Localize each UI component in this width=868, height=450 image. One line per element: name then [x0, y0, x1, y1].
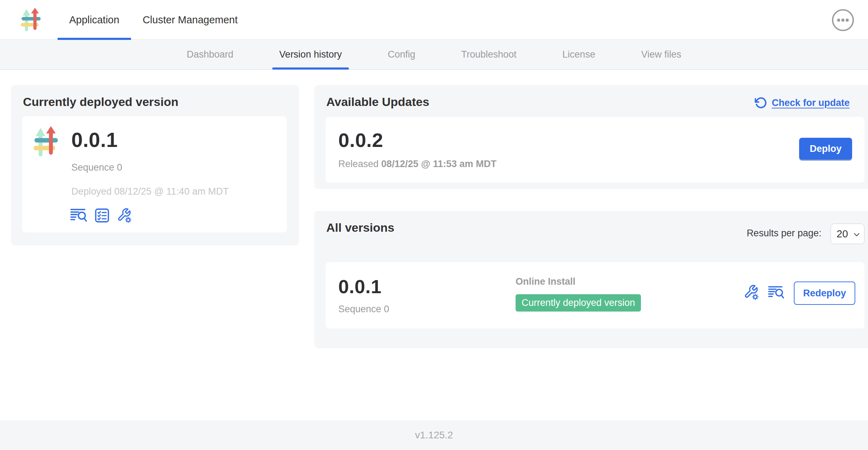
- redeploy-button[interactable]: Redeploy: [794, 282, 855, 305]
- tab-application-label: Application: [69, 14, 119, 26]
- currently-deployed-version-panel: 0.0.1 Sequence 0 Deployed 08/12/25 @ 11:…: [22, 116, 287, 232]
- chevron-down-icon: [853, 231, 861, 238]
- tab-cluster-management-label: Cluster Management: [143, 14, 238, 26]
- all-versions-title: All versions: [326, 221, 394, 235]
- tab-cluster-management[interactable]: Cluster Management: [131, 0, 249, 40]
- subnav-item-config[interactable]: Config: [381, 40, 422, 69]
- app-logo-icon: [33, 126, 58, 157]
- edit-config-icon: [743, 284, 760, 300]
- app-subnav: Dashboard Version history Config Trouble…: [0, 40, 868, 70]
- deployed-sequence: Sequence 0: [71, 162, 122, 173]
- release-notes-icon: [70, 208, 88, 223]
- release-notes-button[interactable]: [768, 285, 785, 299]
- all-versions-card: All versions Results per page: 20 0.0.1 …: [314, 211, 868, 348]
- subnav-item-troubleshoot[interactable]: Troubleshoot: [454, 40, 524, 69]
- row-version-number: 0.0.1: [338, 277, 382, 296]
- deploy-button[interactable]: Deploy: [799, 138, 852, 160]
- admin-console: Application Cluster Management Dashboard…: [0, 0, 868, 450]
- available-updates-card: Available Updates Check for update 0.0.2…: [314, 85, 868, 189]
- edit-config-button[interactable]: [743, 284, 760, 300]
- update-released-timestamp: Released 08/12/25 @ 11:53 am MDT: [338, 159, 497, 170]
- deployed-version-actions: [70, 207, 132, 223]
- ellipsis-circle-icon: [831, 8, 855, 32]
- header-tabs: Application Cluster Management: [58, 0, 249, 40]
- release-notes-icon: [768, 285, 785, 299]
- released-date: 08/12/25 @ 11:53 am MDT: [381, 159, 497, 169]
- edit-config-button[interactable]: [117, 207, 132, 223]
- top-header: Application Cluster Management: [0, 0, 868, 40]
- deployed-timestamp: Deployed 08/12/25 @ 11:40 am MDT: [71, 186, 229, 197]
- console-version: v1.125.2: [415, 430, 453, 441]
- update-row: 0.0.2 Released 08/12/25 @ 11:53 am MDT D…: [326, 117, 864, 183]
- released-prefix: Released: [338, 159, 379, 169]
- currently-deployed-title: Currently deployed version: [23, 95, 178, 109]
- row-sequence: Sequence 0: [338, 304, 389, 315]
- subnav-item-license[interactable]: License: [555, 40, 602, 69]
- app-logo-icon: [20, 8, 41, 32]
- release-notes-button[interactable]: [70, 208, 88, 223]
- check-for-update-label: Check for update: [772, 97, 850, 108]
- available-updates-title: Available Updates: [326, 95, 429, 109]
- deployed-version-number: 0.0.1: [71, 130, 118, 150]
- subnav-item-version-history[interactable]: Version history: [272, 40, 349, 69]
- preflight-checks-button[interactable]: [95, 208, 109, 223]
- update-version-number: 0.0.2: [338, 130, 383, 150]
- check-for-update-link[interactable]: Check for update: [755, 96, 850, 109]
- results-per-page-select[interactable]: 20: [831, 224, 864, 244]
- edit-config-icon: [117, 207, 132, 223]
- version-row: 0.0.1 Sequence 0 Online Install Currentl…: [326, 262, 864, 328]
- results-per-page-label: Results per page:: [747, 228, 821, 239]
- preflight-checks-icon: [95, 208, 109, 223]
- row-actions: [743, 284, 785, 300]
- subnav-item-dashboard[interactable]: Dashboard: [180, 40, 240, 69]
- row-install-info: Online Install Currently deployed versio…: [516, 276, 641, 312]
- refresh-ccw-icon: [755, 96, 767, 109]
- currently-deployed-card: Currently deployed version 0.0.1 Sequenc…: [11, 85, 299, 245]
- footer: v1.125.2: [0, 420, 868, 450]
- overflow-menu-button[interactable]: [831, 8, 855, 32]
- install-type-label: Online Install: [516, 276, 641, 287]
- tab-application[interactable]: Application: [58, 0, 131, 40]
- currently-deployed-badge: Currently deployed version: [516, 294, 641, 312]
- subnav-item-view-files[interactable]: View files: [634, 40, 689, 69]
- results-per-page-value: 20: [837, 228, 848, 240]
